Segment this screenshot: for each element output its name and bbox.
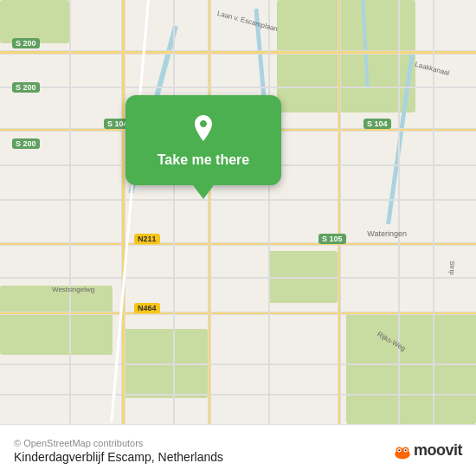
road-minor-1 [0,87,476,88]
moovit-text: moovit [414,441,462,460]
moovit-logo: moovit [393,441,462,460]
map-popup[interactable]: Take me there [125,95,281,199]
green-area-3 [0,286,113,355]
badge-n464: N464 [134,303,160,313]
badge-s200-3: S 200 [12,138,40,149]
road-v-main [121,0,125,424]
badge-s200-1: S 200 [12,38,40,48]
road-minor-v3 [268,0,270,424]
road-minor-v5 [433,0,434,424]
label-westsingelA: Westsingelwg [52,286,94,293]
road-minor-6 [0,394,476,396]
bottom-bar: © OpenStreetMap contributors Kinderdagve… [0,424,476,476]
badge-s200-2: S 200 [12,82,40,93]
road-minor-4 [0,277,476,279]
road-h-top [0,50,476,55]
road-n211 [0,242,476,246]
road-v-right [338,0,341,424]
bottom-left-section: © OpenStreetMap contributors Kinderdagve… [14,438,223,464]
road-n464 [0,312,476,315]
map-container[interactable]: S 200 S 200 S 200 S 104 S 104 S 105 N211… [0,0,476,424]
green-area-6 [0,0,69,43]
popup-tail [193,185,214,199]
location-pin-icon [188,113,219,144]
badge-s104-1: S 104 [363,119,391,129]
map-popup-bubble[interactable]: Take me there [125,95,281,185]
road-minor-3 [0,199,476,201]
road-minor-v2 [173,0,175,424]
road-minor-v4 [398,0,400,424]
road-v-s200 [208,0,211,424]
badge-s105: S 105 [318,234,346,244]
location-title: Kinderdagverblijf Escamp, Netherlands [14,450,223,464]
green-area-1 [277,0,415,113]
road-minor-5 [0,363,476,365]
moovit-mascot-icon [393,441,412,460]
label-wateringen: Wateringen [367,229,407,238]
badge-n211: N211 [134,234,160,244]
green-area-5 [346,312,476,424]
svg-point-5 [398,449,400,451]
popup-label: Take me there [158,152,249,168]
label-strip: Strip [447,261,455,274]
copyright-text: © OpenStreetMap contributors [14,438,223,448]
svg-point-6 [405,449,407,451]
road-minor-v1 [69,0,71,424]
